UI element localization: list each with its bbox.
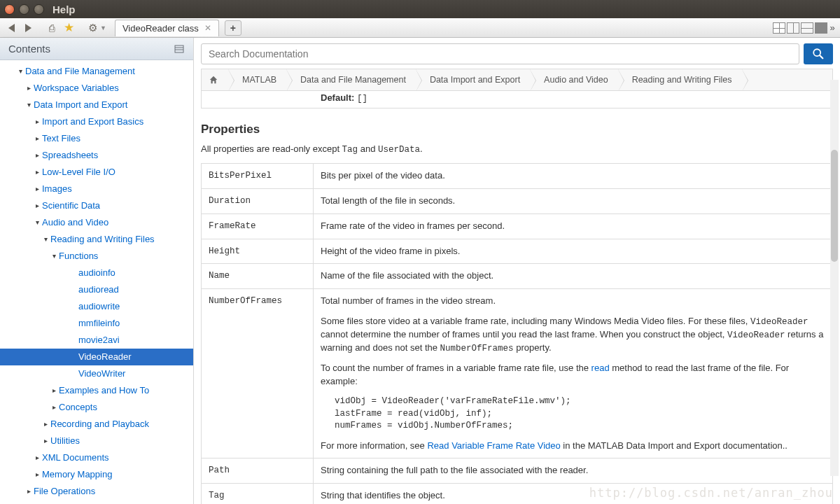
chevron-down-icon: ▾ [24,98,34,112]
chevron-right-icon: ▸ [32,148,42,162]
layout-controls: » [773,22,836,34]
properties-heading: Properties [201,122,833,136]
tree-item-label: Concepts [59,400,97,414]
chevron-down-icon: ▾ [32,216,42,230]
toolbar-overflow-icon[interactable]: » [829,22,836,33]
tree-item[interactable]: VideoWriter [0,365,193,382]
sidebar-title: Contents [8,43,50,55]
tree-item[interactable]: ▸Workspace Variables [0,80,193,97]
chevron-right-icon: ▸ [24,81,34,95]
breadcrumb-item[interactable]: Data Import and Export [416,69,530,90]
tree-item-label: VideoReader [78,350,132,364]
tree-item[interactable]: ▸Memory Mapping [0,466,193,483]
truncated-section-bottom: Default: [] [201,91,833,108]
tree-item-label: Examples and How To [59,384,149,398]
breadcrumb-item[interactable]: Data and File Management [286,69,416,90]
search-icon [812,48,825,60]
tree-item[interactable]: VideoReader [0,349,193,365]
doc-tab[interactable]: VideoReader class ✕ [115,20,219,36]
window-title: Help [52,4,76,15]
tree-item-label: audiowrite [78,300,120,314]
favorite-button[interactable]: ★ [62,21,76,35]
chevron-right-icon: ▸ [24,484,34,498]
breadcrumb-item[interactable]: MATLAB [228,69,286,90]
tree-item[interactable]: ▸Search Path [0,500,193,504]
tree-item-label: audioread [78,283,119,297]
breadcrumb-item[interactable]: Reading and Writing Files [618,69,742,90]
tree-item[interactable]: ▾Audio and Video [0,214,193,231]
variable-framerate-link[interactable]: Read Variable Frame Rate Video [427,440,560,451]
tree-item-label: Functions [59,249,98,263]
new-tab-button[interactable]: + [225,20,241,36]
tree-item[interactable]: ▸Scientific Data [0,197,193,214]
chevron-right-icon: ▸ [32,199,42,213]
tree-item-label: Spreadsheets [42,148,98,162]
table-row: DurationTotal length of the file in seco… [202,188,833,214]
window-maximize-button[interactable] [34,4,44,15]
breadcrumb-item[interactable]: Audio and Video [530,69,618,90]
tree-item[interactable]: ▸Utilities [0,433,193,449]
chevron-right-icon: ▸ [49,384,59,398]
layout-grid-button[interactable] [773,22,785,34]
tree-item[interactable]: ▸File Operations [0,483,193,500]
settings-dropdown-caret[interactable]: ▼ [100,24,106,31]
sidebar-header: Contents [0,38,193,60]
chevron-right-icon: ▸ [49,400,59,414]
print-button[interactable]: ⎙ [45,21,59,35]
chevron-right-icon: ▸ [32,165,42,179]
tree-item[interactable]: ▸Images [0,181,193,197]
arrow-left-icon [8,24,15,32]
back-button[interactable] [4,21,18,35]
tree-item-label: Images [42,182,72,196]
tree-item-label: Memory Mapping [42,468,112,482]
layout-single-button[interactable] [815,22,827,34]
chevron-right-icon: ▸ [32,451,42,465]
search-button[interactable] [804,43,833,64]
tree-item-label: File Operations [34,484,95,498]
table-row: PathString containing the full path to t… [202,458,833,484]
tree-item[interactable]: ▸Examples and How To [0,382,193,399]
chevron-down-icon: ▾ [49,249,59,263]
window-close-button[interactable] [4,4,15,15]
table-row: NumberOfFrames Total number of frames in… [202,289,833,458]
vertical-scrollbar[interactable] [830,80,839,476]
tree-item-label: Recording and Playback [50,417,149,431]
tree-item[interactable]: audiowrite [0,298,193,315]
settings-button[interactable]: ⚙ [85,21,99,35]
tree-item[interactable]: audioread [0,281,193,298]
doc-content[interactable]: Default: [] Properties All properties ar… [194,91,840,504]
tree-item[interactable]: ▸XML Documents [0,449,193,466]
tree-item[interactable]: ▸Recording and Playback [0,416,193,433]
chevron-right-icon: ▸ [41,434,50,448]
read-method-link[interactable]: read [592,363,610,373]
tab-close-icon[interactable]: ✕ [204,23,211,33]
tree-item[interactable]: ▾Data Import and Export [0,97,193,113]
tree-item-label: movie2avi [78,333,120,347]
window-minimize-button[interactable] [19,4,29,15]
tree-item-label: Text Files [42,132,80,146]
properties-table: BitsPerPixelBits per pixel of the video … [201,163,833,504]
layout-columns-button[interactable] [787,22,799,34]
layout-rows-button[interactable] [801,22,813,34]
watermark: http://blog.csdn.net/anran_zhou [589,486,833,500]
tree-item[interactable]: audioinfo [0,265,193,281]
scrollbar-thumb[interactable] [831,150,838,262]
sidebar-collapse-icon[interactable] [174,43,185,55]
tree-item[interactable]: ▾Reading and Writing Files [0,231,193,248]
tree-item[interactable]: ▸Import and Export Basics [0,113,193,130]
tree-item[interactable]: ▾Functions [0,248,193,265]
tree-item[interactable]: mmfileinfo [0,315,193,332]
tree-item[interactable]: ▸Low-Level File I/O [0,164,193,181]
tree-item[interactable]: movie2avi [0,332,193,349]
tree-item[interactable]: ▸Spreadsheets [0,147,193,164]
breadcrumb-home[interactable] [202,69,228,90]
tree-item[interactable]: ▾Data and File Management [0,63,193,80]
svg-rect-0 [175,46,183,52]
tree-item[interactable]: ▸Concepts [0,399,193,416]
contents-tree[interactable]: ▾Data and File Management▸Workspace Vari… [0,60,193,504]
forward-button[interactable] [21,21,35,35]
chevron-down-icon: ▾ [41,232,50,246]
table-row: BitsPerPixelBits per pixel of the video … [202,164,833,189]
tree-item[interactable]: ▸Text Files [0,130,193,147]
search-input[interactable] [201,43,799,64]
